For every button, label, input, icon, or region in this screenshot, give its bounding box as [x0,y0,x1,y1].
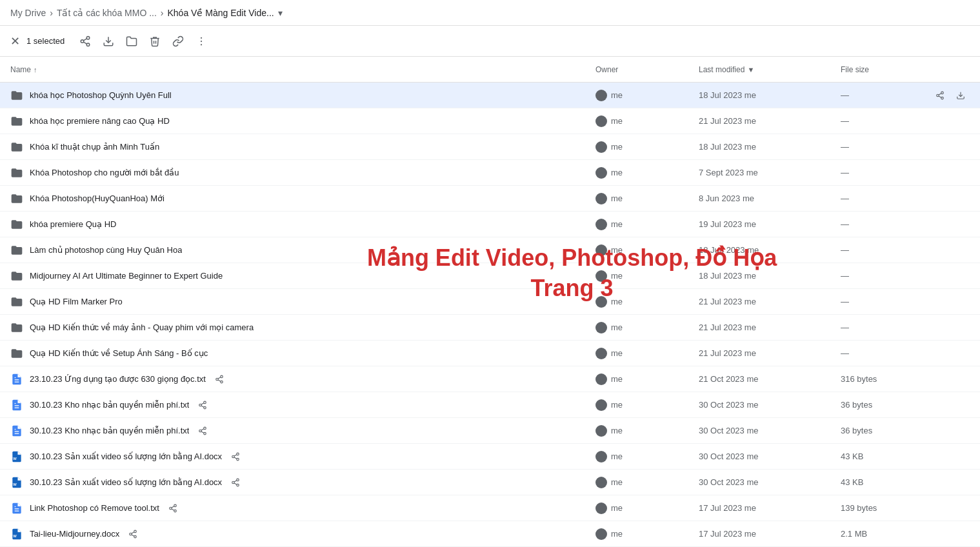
owner-cell: me [595,115,699,127]
file-name-text: Khóa Photoshop cho người mới bắt đầu [30,168,179,177]
size-cell: — [841,323,931,332]
file-name-cell: khóa học Photoshop Quỳnh Uyên Full [10,89,595,102]
owner-name: me [611,245,623,255]
table-row[interactable]: Khóa kĩ thuật chụp ảnh Minh Tuấn me 18 J… [0,134,980,160]
file-name-cell: Khóa kĩ thuật chụp ảnh Minh Tuấn [10,141,595,154]
file-name-text: khóa học premiere nâng cao Quạ HD [30,116,170,126]
svg-point-72 [174,510,177,512]
file-name-cell: Quạ HD Kiến thức về máy ảnh - Quay phim … [10,321,595,334]
table-row[interactable]: W 30.10.23 Sản xuất video số lượng lớn b… [0,470,980,495]
svg-point-16 [599,117,603,121]
file-icon: W [10,476,23,489]
size-cell: — [841,271,931,281]
deselect-button[interactable]: ✕ [10,34,20,48]
breadcrumb-parent[interactable]: Tất cả các khóa MMO ... [57,8,157,18]
avatar [595,193,607,204]
more-button[interactable] [191,31,212,52]
owner-cell: me [595,219,699,230]
breadcrumb-mydrive[interactable]: My Drive [10,8,46,18]
toolbar: ✕ 1 selected [0,26,980,57]
delete-button[interactable] [145,31,165,52]
svg-line-81 [132,532,134,533]
col-header-filesize: File size [841,65,931,74]
file-icon: W [10,528,23,541]
svg-point-82 [599,530,603,534]
table-row[interactable]: Link Photoshop có Remove tool.txt me 17 … [0,495,980,521]
file-icon [10,218,23,231]
breadcrumb-dropdown-icon[interactable]: ▾ [278,8,283,18]
table-row[interactable]: Quạ HD Kiến thức về Setup Ánh Sáng - Bố … [0,341,980,366]
avatar [595,167,607,179]
modified-cell: 21 Jul 2023 me [699,348,841,358]
modified-cell: 17 Jul 2023 me [699,503,841,513]
size-cell: — [841,194,931,203]
svg-point-2 [87,43,90,46]
svg-line-42 [201,403,204,404]
breadcrumb-sep-1: › [50,8,53,18]
svg-point-56 [237,458,239,461]
table-row[interactable]: W Tai-lieu-Midjourney.docx me 17 Jul 202… [0,521,980,547]
table-row[interactable]: Khóa Photoshop cho người mới bắt đầu me … [0,160,980,186]
table-row[interactable]: 23.10.23 Ứng dụng tạo được 630 giọng đọc… [0,366,980,392]
table-row[interactable]: Midjourney AI Art Ultimate Beginner to E… [0,263,980,289]
table-row[interactable]: Quạ HD Film Marker Pro me 21 Jul 2023 me… [0,289,980,315]
svg-point-75 [599,504,603,508]
col-header-modified[interactable]: Last modified ▼ [699,65,841,74]
selected-count: 1 selected [26,36,65,46]
owner-name: me [611,503,623,513]
table-row[interactable]: khóa premiere Quạ HD me 19 Jul 2023 me — [0,212,980,237]
svg-point-71 [170,507,172,510]
shared-icon [198,401,207,410]
size-cell: — [841,168,931,177]
copy-link-button[interactable] [168,31,188,52]
file-icon [10,270,23,283]
shared-icon [168,504,177,513]
table-row[interactable]: khóa học premiere nâng cao Quạ HD me 21 … [0,108,980,134]
size-cell: 316 bytes [841,374,931,384]
avatar [595,425,607,437]
file-icon [10,295,23,308]
svg-point-7 [201,40,202,41]
share-button[interactable] [75,31,95,52]
move-button[interactable] [121,31,142,52]
owner-cell: me [595,477,699,488]
owner-cell: me [595,502,699,514]
svg-point-48 [199,430,202,432]
action-cell [931,86,970,104]
file-icon [10,347,23,360]
file-name-cell: Khóa Photoshop cho người mới bắt đầu [10,166,595,179]
svg-point-1 [81,39,85,43]
table-row[interactable]: khóa học Photoshop Quỳnh Uyên Full me 18… [0,83,980,108]
svg-point-62 [232,481,235,484]
owner-name: me [611,529,623,539]
table-row[interactable]: 30.10.23 Kho nhạc bản quyền miễn phí.txt… [0,392,980,418]
table-row[interactable]: Quạ HD Kiến thức về máy ảnh - Quay phim … [0,315,980,341]
col-header-name[interactable]: Name ↑ [10,65,595,74]
size-cell: 139 bytes [841,503,931,513]
svg-point-66 [599,479,603,482]
svg-point-9 [599,92,603,95]
shared-icon [231,452,240,461]
table-row[interactable]: 30.10.23 Kho nhạc bản quyền miễn phí.txt… [0,418,980,444]
svg-line-32 [218,379,221,381]
table-row[interactable]: W 30.10.23 Sản xuất video số lượng lớn b… [0,444,980,470]
modified-cell: 21 Jul 2023 me [699,323,841,332]
svg-point-55 [232,455,235,458]
file-name-cell: Midjourney AI Art Ultimate Beginner to E… [10,270,595,283]
avatar [595,296,607,308]
row-download-button[interactable] [952,86,970,104]
avatar [595,477,607,488]
modified-cell: 17 Jul 2023 me [699,529,841,539]
shared-icon [231,478,240,487]
owner-name: me [611,116,623,126]
download-button[interactable] [98,31,119,52]
table-row[interactable]: Làm chủ photoshop cùng Huy Quân Hoa me 1… [0,237,980,263]
svg-line-3 [84,42,87,44]
row-share-button[interactable] [931,86,949,104]
file-list: khóa học Photoshop Quỳnh Uyên Full me 18… [0,83,980,547]
table-row[interactable]: Khóa Photoshop(HuyQuanHoa) Mới me 8 Jun … [0,186,980,212]
file-icon [10,502,23,515]
svg-point-43 [599,401,603,405]
owner-name: me [611,374,623,384]
breadcrumb-current: Khóa Về Màng Edit Vide... [168,8,274,18]
